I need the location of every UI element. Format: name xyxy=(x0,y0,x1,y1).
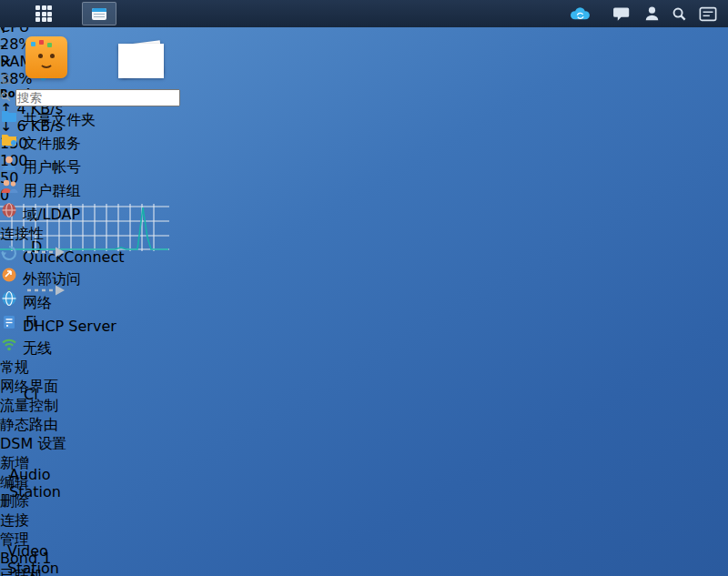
sidebar-item-file-services[interactable]: 文件服务 xyxy=(0,130,275,154)
tab-network-interface[interactable]: 网络界面 xyxy=(0,378,275,397)
control-panel-window: 控制面板 ? – × 共享文件夹 xyxy=(0,0,275,576)
sidebar-list: 共享文件夹 文件服务 用户帐号 用户群组 域/LDAP xyxy=(0,106,275,359)
quickconnect-icon xyxy=(0,244,18,262)
user-group-icon xyxy=(0,177,18,196)
tab-static-route[interactable]: 静态路由 xyxy=(0,416,275,435)
control-panel-task-icon xyxy=(92,8,106,20)
home-icon xyxy=(0,73,13,85)
photos-icon[interactable] xyxy=(118,42,164,78)
main-menu-button[interactable] xyxy=(25,2,62,25)
search-icon xyxy=(0,91,11,102)
file-services-icon xyxy=(0,130,18,148)
domain-icon xyxy=(0,201,18,219)
shared-folder-icon xyxy=(0,106,18,125)
sidebar-search xyxy=(0,88,275,106)
bond-title: Bond 1 xyxy=(0,550,275,567)
show-widgets-button[interactable] xyxy=(693,2,723,25)
user-icon xyxy=(644,5,660,22)
control-panel-sidebar: 共享文件夹 文件服务 用户帐号 用户群组 域/LDAP xyxy=(0,71,275,359)
external-access-icon xyxy=(0,266,18,284)
network-icon xyxy=(0,289,18,308)
sidebar-item-user[interactable]: 用户帐号 xyxy=(0,154,275,177)
search-button[interactable] xyxy=(666,2,692,25)
control-panel-main: 常规 网络界面 流量控制 静态路由 DSM 设置 新增 编辑 删除 连接 管理 … xyxy=(0,359,275,576)
connect-button: 连接 xyxy=(0,511,275,531)
widgets-icon xyxy=(699,6,717,22)
package-center-icon[interactable] xyxy=(25,36,67,78)
cloud-sync-button[interactable] xyxy=(564,2,595,25)
dhcp-server-icon xyxy=(0,313,18,331)
sidebar-item-group[interactable]: 用户群组 xyxy=(0,177,275,201)
apps-grid-icon xyxy=(35,5,52,22)
sidebar-item-shared-folder[interactable]: 共享文件夹 xyxy=(0,106,275,130)
search-icon xyxy=(672,6,687,22)
desktop: ♪ Audio Station Video Station D Fi Cl CP… xyxy=(0,0,728,576)
user-account-icon xyxy=(0,154,18,172)
sidebar-section-connectivity: 连接性 xyxy=(0,225,275,244)
delete-button[interactable]: 删除 xyxy=(0,492,275,511)
wifi-icon xyxy=(0,335,18,353)
chat-button[interactable] xyxy=(608,2,635,25)
icon-eye xyxy=(38,54,43,58)
add-button[interactable]: 新增 xyxy=(0,454,275,473)
sidebar-item-dhcp-server[interactable]: DHCP Server xyxy=(0,313,275,335)
ipv6-tunnel-disconnected-icon xyxy=(25,282,67,298)
tab-general[interactable]: 常规 xyxy=(0,359,275,378)
cloud-icon xyxy=(567,5,592,23)
tab-traffic-control[interactable]: 流量控制 xyxy=(0,397,275,416)
network-tabs: 常规 网络界面 流量控制 静态路由 DSM 设置 xyxy=(0,359,275,454)
manage-button[interactable]: 管理 xyxy=(0,531,275,550)
pppoe-disconnected-icon xyxy=(25,244,67,260)
taskbar-app-control-panel[interactable] xyxy=(82,2,116,25)
icon-eye xyxy=(50,54,55,58)
toolbar: 新增 编辑 删除 连接 管理 xyxy=(0,454,275,550)
tab-dsm-settings[interactable]: DSM 设置 xyxy=(0,435,275,454)
search-input[interactable] xyxy=(15,89,180,106)
sidebar-item-domain-ldap[interactable]: 域/LDAP xyxy=(0,201,275,225)
bond-status: 已联机 xyxy=(0,567,275,576)
taskbar xyxy=(0,0,728,27)
chat-icon xyxy=(613,5,631,22)
beach-photo xyxy=(121,46,161,76)
sidebar-item-wireless[interactable]: 无线 xyxy=(0,335,275,359)
user-menu-button[interactable] xyxy=(639,2,664,25)
icon-smile xyxy=(39,60,54,68)
edit-button[interactable]: 编辑 xyxy=(0,473,275,492)
